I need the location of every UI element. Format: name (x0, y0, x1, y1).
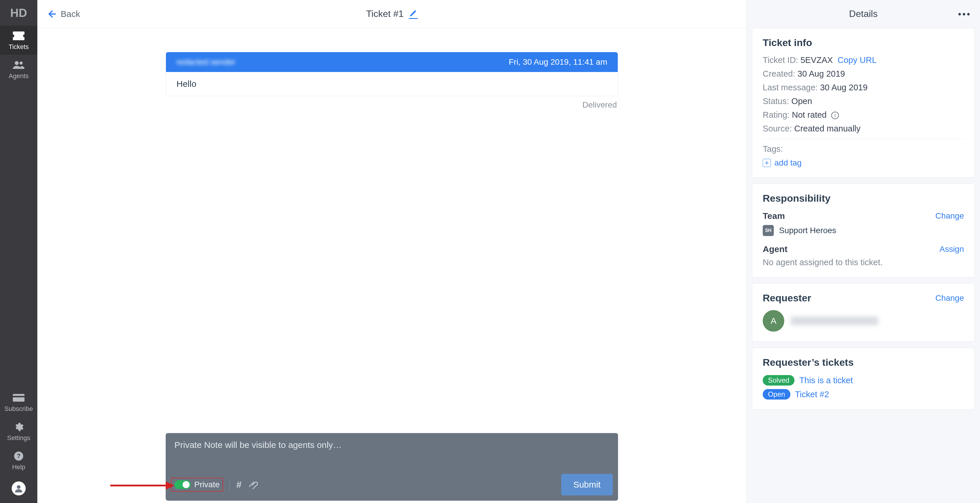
details-header: Details ••• (747, 0, 980, 28)
requester-card: Requester Change A (752, 283, 975, 342)
ticket-id-label: Ticket ID: (763, 56, 798, 65)
status-pill-open: Open (763, 389, 791, 400)
agent-none-text: No agent assigned to this ticket. (763, 258, 964, 267)
team-label: Team (763, 211, 785, 221)
side-nav: HD Tickets Agents Subscribe Settings ? H… (0, 0, 37, 503)
last-message-value: 30 Aug 2019 (820, 83, 868, 92)
related-ticket-row: Solved This is a ticket (763, 375, 964, 386)
card-icon (13, 393, 24, 403)
message-sender: redacted sender (177, 57, 235, 67)
agent-assign-link[interactable]: Assign (939, 244, 964, 254)
hashtag-button[interactable]: # (236, 479, 242, 490)
status-pill-solved: Solved (763, 375, 794, 386)
team-change-link[interactable]: Change (935, 211, 964, 221)
details-menu-button[interactable]: ••• (958, 8, 971, 19)
agent-label: Agent (763, 244, 788, 254)
page-title: Ticket #1 (366, 8, 404, 19)
tags-label: Tags: (763, 144, 964, 154)
nav-settings-label: Settings (7, 434, 30, 442)
requester-tickets-card: Requester’s tickets Solved This is a tic… (752, 347, 975, 410)
nav-agents-label: Agents (9, 72, 29, 80)
composer-placeholder[interactable]: Private Note will be visible to agents o… (165, 433, 618, 470)
nav-tickets-label: Tickets (9, 43, 29, 51)
nav-subscribe[interactable]: Subscribe (0, 387, 37, 417)
svg-rect-3 (13, 396, 24, 397)
requester-heading: Requester (763, 292, 811, 304)
requester-name-redacted (791, 316, 878, 325)
related-ticket-link[interactable]: Ticket #2 (795, 390, 829, 399)
svg-rect-2 (13, 394, 24, 402)
attach-button[interactable] (249, 480, 258, 489)
reply-composer: Private Note will be visible to agents o… (165, 433, 618, 501)
copy-url-link[interactable]: Copy URL (838, 56, 877, 65)
requester-avatar: A (763, 310, 784, 332)
nav-subscribe-label: Subscribe (5, 405, 33, 413)
paperclip-icon (249, 480, 258, 489)
app-logo: HD (0, 0, 37, 25)
annotation-arrow (110, 477, 174, 494)
info-icon[interactable]: i (831, 112, 839, 119)
rating-value: Not rated (792, 110, 827, 119)
source-label: Source: (763, 124, 792, 133)
ticket-icon (13, 31, 24, 41)
status-label: Status: (763, 97, 789, 106)
details-title: Details (849, 8, 878, 19)
requester-tickets-heading: Requester’s tickets (763, 357, 964, 368)
responsibility-card: Responsibility Team Change SH Support He… (752, 184, 975, 278)
topbar: Back Ticket #1 (37, 0, 746, 28)
main-column: Back Ticket #1 redacted sender Fri, 30 A… (37, 0, 747, 503)
arrow-left-icon (47, 9, 57, 19)
message-timestamp: Fri, 30 Aug 2019, 11:41 am (509, 57, 607, 67)
private-toggle[interactable] (174, 480, 191, 489)
related-ticket-row: Open Ticket #2 (763, 389, 964, 400)
ticket-info-card: Ticket info Ticket ID: 5EVZAX Copy URL C… (752, 28, 975, 178)
delivery-status: Delivered (582, 100, 617, 109)
add-tag-label: add tag (775, 158, 802, 168)
nav-settings[interactable]: Settings (0, 417, 37, 446)
gear-icon (13, 422, 24, 432)
created-label: Created: (763, 69, 795, 78)
team-name: Support Heroes (779, 226, 836, 235)
nav-tickets[interactable]: Tickets (0, 25, 37, 55)
source-value: Created manually (794, 124, 861, 133)
message-body: Hello (166, 72, 618, 96)
add-tag-button[interactable]: + add tag (763, 158, 802, 168)
agents-icon (13, 60, 24, 70)
nav-help[interactable]: ? Help (0, 446, 37, 475)
related-ticket-link[interactable]: This is a ticket (799, 376, 853, 385)
requester-change-link[interactable]: Change (935, 294, 964, 303)
message-card: redacted sender Fri, 30 Aug 2019, 11:41 … (165, 52, 618, 96)
details-panel: Details ••• Ticket info Ticket ID: 5EVZA… (747, 0, 980, 503)
svg-point-1 (19, 62, 23, 65)
submit-button[interactable]: Submit (561, 474, 613, 495)
plus-icon: + (763, 159, 771, 167)
responsibility-heading: Responsibility (763, 193, 964, 204)
created-value: 30 Aug 2019 (797, 69, 845, 78)
ticket-id-value: 5EVZAX (800, 56, 833, 65)
pencil-icon (409, 9, 418, 17)
svg-point-0 (15, 61, 19, 65)
team-badge: SH (763, 225, 774, 236)
rating-label: Rating: (763, 110, 789, 119)
back-label: Back (60, 9, 80, 19)
svg-point-6 (17, 485, 21, 489)
person-icon (14, 484, 23, 493)
current-user-avatar[interactable] (12, 481, 25, 495)
help-icon: ? (13, 451, 24, 461)
svg-text:?: ? (17, 452, 21, 460)
last-message-label: Last message: (763, 83, 818, 92)
nav-help-label: Help (12, 463, 25, 471)
back-button[interactable]: Back (47, 9, 80, 19)
private-toggle-group: Private (171, 478, 223, 492)
ticket-info-heading: Ticket info (763, 37, 964, 48)
nav-agents[interactable]: Agents (0, 55, 37, 84)
private-label: Private (194, 480, 220, 489)
edit-title-button[interactable] (409, 9, 418, 19)
status-value: Open (791, 97, 812, 106)
